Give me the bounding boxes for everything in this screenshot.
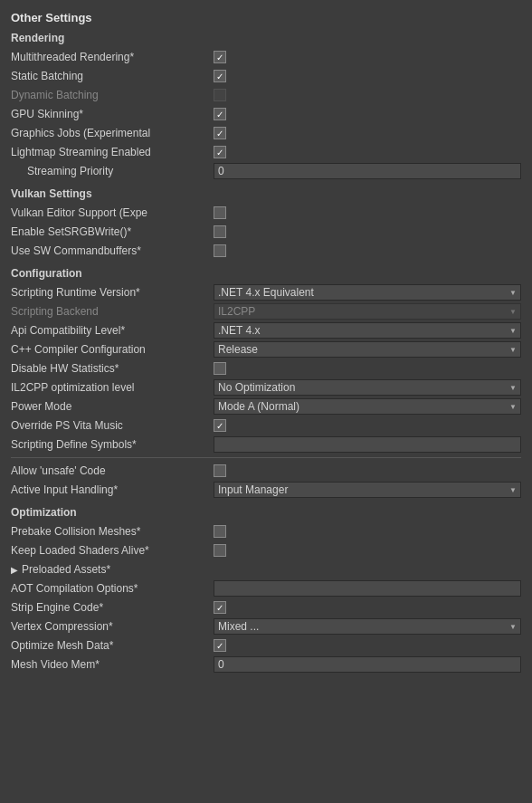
scripting-backend-row: Scripting Backend IL2CPP ▼ (11, 302, 521, 320)
allow-unsafe-code-checkbox[interactable] (214, 464, 226, 477)
api-compatibility-row: Api Compatibility Level* .NET 4.x ▼ (11, 321, 521, 339)
il2cpp-optimization-row: IL2CPP optimization level No Optimizatio… (11, 378, 521, 397)
vulkan-editor-support-checkbox[interactable] (214, 206, 226, 219)
power-mode-arrow: ▼ (509, 403, 517, 411)
preloaded-assets-row: ▶ Preloaded Assets* (11, 560, 521, 578)
allow-unsafe-code-label: Allow 'unsafe' Code (11, 464, 214, 477)
il2cpp-optimization-value: No Optimization (218, 381, 295, 394)
il2cpp-optimization-arrow: ▼ (509, 384, 517, 392)
other-settings-panel: Other Settings Rendering Multithreaded R… (0, 0, 532, 682)
scripting-backend-label: Scripting Backend (11, 305, 214, 318)
config-divider (11, 457, 521, 458)
mesh-video-mem-label: Mesh Video Mem* (11, 658, 214, 671)
streaming-priority-row: Streaming Priority (11, 162, 521, 180)
lightmap-streaming-row: Lightmap Streaming Enabled ✓ (11, 143, 521, 161)
dynamic-batching-checkbox[interactable] (214, 89, 226, 101)
keep-loaded-shaders-row: Keep Loaded Shaders Alive* (11, 541, 521, 559)
scripting-define-symbols-label: Scripting Define Symbols* (11, 438, 214, 451)
cpp-compiler-config-value: Release (218, 343, 258, 356)
vertex-compression-dropdown[interactable]: Mixed ... ▼ (214, 618, 521, 635)
active-input-handling-arrow: ▼ (509, 486, 517, 494)
active-input-handling-dropdown[interactable]: Input Manager ▼ (214, 482, 521, 498)
power-mode-label: Power Mode (11, 400, 214, 413)
vertex-compression-row: Vertex Compression* Mixed ... ▼ (11, 617, 521, 636)
strip-engine-code-label: Strip Engine Code* (11, 601, 214, 614)
strip-engine-code-row: Strip Engine Code* ✓ (11, 598, 521, 617)
aot-compilation-label: AOT Compilation Options* (11, 582, 214, 595)
disable-hw-statistics-row: Disable HW Statistics* (11, 359, 521, 378)
active-input-handling-value: Input Manager (218, 483, 288, 496)
cpp-compiler-config-dropdown[interactable]: Release ▼ (214, 341, 521, 358)
optimize-mesh-data-label: Optimize Mesh Data* (11, 639, 214, 652)
static-batching-row: Static Batching ✓ (11, 67, 521, 85)
override-ps-vita-music-checkbox[interactable]: ✓ (214, 419, 226, 432)
gpu-skinning-label: GPU Skinning* (11, 108, 214, 120)
vertex-compression-label: Vertex Compression* (11, 620, 214, 633)
lightmap-streaming-checkbox[interactable]: ✓ (214, 146, 226, 158)
multithreaded-rendering-row: Multithreaded Rendering* ✓ (11, 48, 521, 66)
keep-loaded-shaders-label: Keep Loaded Shaders Alive* (11, 544, 214, 557)
use-sw-commandbuffers-checkbox[interactable] (214, 244, 226, 257)
optimize-mesh-data-checkbox[interactable]: ✓ (214, 639, 226, 652)
dynamic-batching-label: Dynamic Batching (11, 89, 214, 101)
override-ps-vita-music-row: Override PS Vita Music ✓ (11, 416, 521, 435)
multithreaded-rendering-checkbox[interactable]: ✓ (214, 51, 226, 63)
prebake-collision-meshes-row: Prebake Collision Meshes* (11, 522, 521, 540)
aot-compilation-row: AOT Compilation Options* (11, 579, 521, 597)
graphics-jobs-label: Graphics Jobs (Experimental (11, 127, 214, 139)
keep-loaded-shaders-checkbox[interactable] (214, 544, 226, 557)
configuration-section-title: Configuration (11, 267, 521, 280)
mesh-video-mem-row: Mesh Video Mem* (11, 655, 521, 674)
scripting-backend-dropdown[interactable]: IL2CPP ▼ (214, 303, 521, 320)
api-compatibility-label: Api Compatibility Level* (11, 324, 214, 337)
prebake-collision-meshes-label: Prebake Collision Meshes* (11, 525, 214, 538)
enable-setsrgbwrite-checkbox[interactable] (214, 225, 226, 238)
multithreaded-rendering-label: Multithreaded Rendering* (11, 51, 214, 63)
strip-engine-code-checkbox[interactable]: ✓ (214, 601, 226, 614)
graphics-jobs-checkbox[interactable]: ✓ (214, 127, 226, 139)
streaming-priority-input[interactable] (214, 163, 521, 179)
scripting-runtime-version-dropdown[interactable]: .NET 4.x Equivalent ▼ (214, 284, 521, 301)
mesh-video-mem-input[interactable] (214, 656, 521, 673)
vertex-compression-value: Mixed ... (218, 620, 259, 633)
vulkan-editor-support-row: Vulkan Editor Support (Expe (11, 204, 521, 222)
lightmap-streaming-label: Lightmap Streaming Enabled (11, 146, 214, 158)
use-sw-commandbuffers-row: Use SW Commandbuffers* (11, 242, 521, 260)
power-mode-value: Mode A (Normal) (218, 400, 299, 413)
active-input-handling-row: Active Input Handling* Input Manager ▼ (11, 481, 521, 499)
graphics-jobs-row: Graphics Jobs (Experimental ✓ (11, 124, 521, 142)
gpu-skinning-checkbox[interactable]: ✓ (214, 108, 226, 120)
enable-setsrgbwrite-label: Enable SetSRGBWrite()* (11, 225, 214, 238)
cpp-compiler-config-label: C++ Compiler Configuration (11, 343, 214, 356)
scripting-define-symbols-row: Scripting Define Symbols* (11, 435, 521, 454)
power-mode-dropdown[interactable]: Mode A (Normal) ▼ (214, 398, 521, 415)
il2cpp-optimization-dropdown[interactable]: No Optimization ▼ (214, 379, 521, 396)
scripting-define-symbols-input[interactable] (214, 436, 521, 453)
disable-hw-statistics-label: Disable HW Statistics* (11, 362, 214, 375)
static-batching-checkbox[interactable]: ✓ (214, 70, 226, 82)
panel-title: Other Settings (11, 11, 521, 24)
use-sw-commandbuffers-label: Use SW Commandbuffers* (11, 244, 214, 257)
scripting-backend-value: IL2CPP (218, 305, 255, 318)
scripting-runtime-version-label: Scripting Runtime Version* (11, 286, 214, 299)
scripting-runtime-version-row: Scripting Runtime Version* .NET 4.x Equi… (11, 283, 521, 301)
streaming-priority-label: Streaming Priority (11, 165, 214, 177)
preloaded-assets-label: Preloaded Assets* (22, 563, 224, 576)
gpu-skinning-row: GPU Skinning* ✓ (11, 105, 521, 123)
prebake-collision-meshes-checkbox[interactable] (214, 525, 226, 538)
allow-unsafe-code-row: Allow 'unsafe' Code (11, 462, 521, 480)
aot-compilation-input[interactable] (214, 580, 521, 597)
api-compatibility-dropdown[interactable]: .NET 4.x ▼ (214, 322, 521, 339)
optimize-mesh-data-row: Optimize Mesh Data* ✓ (11, 636, 521, 655)
power-mode-row: Power Mode Mode A (Normal) ▼ (11, 397, 521, 416)
vertex-compression-arrow: ▼ (509, 623, 517, 631)
il2cpp-optimization-label: IL2CPP optimization level (11, 381, 214, 394)
api-compatibility-arrow: ▼ (509, 327, 517, 335)
vulkan-editor-support-label: Vulkan Editor Support (Expe (11, 206, 214, 219)
override-ps-vita-music-label: Override PS Vita Music (11, 419, 214, 432)
scripting-backend-arrow: ▼ (509, 308, 517, 316)
rendering-section-title: Rendering (11, 32, 521, 44)
preloaded-assets-arrow-icon[interactable]: ▶ (11, 565, 22, 575)
dynamic-batching-row: Dynamic Batching (11, 86, 521, 104)
disable-hw-statistics-checkbox[interactable] (214, 362, 226, 375)
